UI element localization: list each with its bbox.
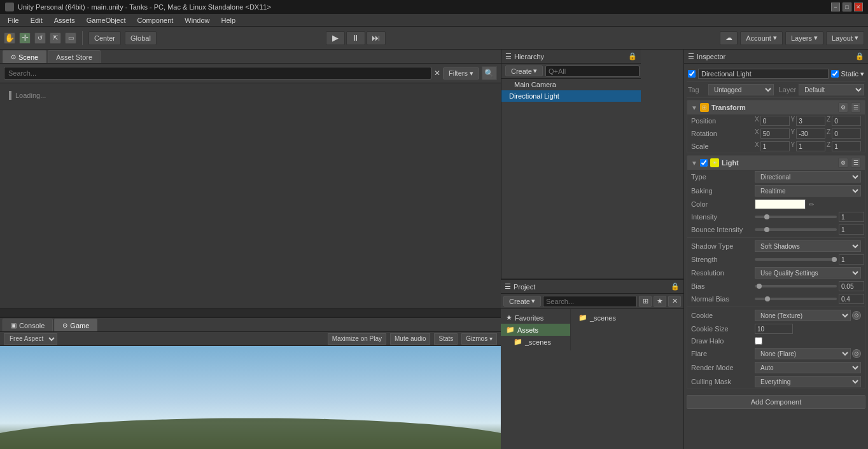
cookie-size-input[interactable] (755, 324, 793, 334)
gameobject-name-input[interactable] (698, 69, 829, 79)
light-header[interactable]: ▼ ☀ Light ⚙ ☰ (687, 156, 865, 170)
window-controls[interactable]: − □ ✕ (831, 3, 863, 11)
center-pivot-btn[interactable]: Center (88, 31, 121, 45)
rotation-y-input[interactable] (796, 128, 825, 139)
bounce-number[interactable] (839, 224, 864, 235)
tab-asset-store[interactable]: Asset Store (48, 50, 101, 63)
global-local-btn[interactable]: Global (125, 31, 157, 45)
mute-audio-btn[interactable]: Mute audio (390, 333, 430, 345)
intensity-number[interactable] (839, 212, 864, 222)
normal-bias-number[interactable] (839, 294, 864, 304)
position-x-input[interactable] (760, 116, 790, 126)
normal-bias-slider[interactable] (755, 298, 837, 300)
scene-scrollbar-h[interactable] (0, 308, 501, 317)
position-z-input[interactable] (832, 116, 861, 126)
light-foldout[interactable]: ▼ (691, 160, 697, 167)
tab-scene[interactable]: ⊙ Scene (3, 50, 46, 63)
light-type-select[interactable]: Directional (755, 171, 861, 183)
scale-x-input[interactable] (760, 141, 790, 151)
menu-component[interactable]: Component (132, 16, 178, 25)
go-static-checkbox[interactable] (831, 70, 839, 78)
project-folder-favorites[interactable]: ★ Favorites (501, 312, 570, 324)
filters-btn[interactable]: Filters ▾ (443, 67, 479, 79)
strength-slider[interactable] (755, 258, 837, 261)
culling-mask-select[interactable]: Everything (755, 376, 861, 387)
scale-tool-btn[interactable]: ⇱ (50, 32, 61, 44)
bounce-slider[interactable] (755, 228, 837, 231)
light-settings-btn[interactable]: ⚙ (838, 158, 848, 168)
aspect-select[interactable]: Free Aspect (4, 333, 57, 345)
maximize-btn[interactable]: □ (843, 3, 851, 11)
transform-foldout[interactable]: ▼ (691, 104, 697, 111)
menu-window[interactable]: Window (179, 16, 214, 25)
rotation-x-input[interactable] (760, 128, 790, 139)
rotation-z-input[interactable] (832, 128, 861, 139)
static-dropdown-icon[interactable]: ▾ (860, 70, 864, 78)
transform-header[interactable]: ▼ ⊞ Transform ⚙ ☰ (687, 100, 865, 114)
pencil-icon[interactable]: ✏ (809, 201, 814, 208)
draw-halo-checkbox[interactable] (755, 337, 762, 345)
stats-btn[interactable]: Stats (434, 333, 458, 345)
shadow-type-select[interactable]: Soft Shadows (755, 240, 861, 252)
scale-y-input[interactable] (796, 141, 825, 151)
play-btn[interactable]: ▶ (326, 31, 345, 45)
layout-btn[interactable]: Layout ▾ (826, 31, 864, 45)
scale-z-input[interactable] (832, 141, 861, 151)
clear-search-btn[interactable]: ✕ (434, 69, 440, 78)
transform-extra-btn[interactable]: ☰ (851, 102, 861, 113)
color-picker[interactable] (755, 199, 806, 209)
add-component-btn[interactable]: Add Component (687, 395, 865, 409)
pause-btn[interactable]: ⏸ (346, 31, 365, 45)
account-btn[interactable]: Account ▾ (740, 31, 783, 45)
project-btn-2[interactable]: ★ (654, 296, 666, 307)
scene-search-input[interactable] (4, 67, 431, 79)
search-btn[interactable]: 🔍 (482, 66, 497, 80)
rotate-tool-btn[interactable]: ↺ (34, 32, 46, 44)
menu-edit[interactable]: Edit (25, 16, 48, 25)
minimize-btn[interactable]: − (831, 3, 840, 11)
cookie-select[interactable]: None (Texture) (755, 310, 851, 321)
move-tool-btn[interactable]: ✛ (19, 32, 31, 44)
project-folder-assets[interactable]: 📁 Assets (501, 324, 570, 336)
menu-assets[interactable]: Assets (49, 16, 80, 25)
light-extra-btn[interactable]: ☰ (851, 158, 861, 168)
bias-slider[interactable] (755, 285, 837, 287)
cookie-target-btn[interactable]: ⊙ (852, 311, 861, 320)
hand-tool-btn[interactable]: ✋ (4, 32, 15, 44)
hierarchy-search-input[interactable] (545, 66, 640, 77)
cloud-btn[interactable]: ☁ (720, 31, 738, 45)
project-file-scenes[interactable]: 📁 _scenes (575, 312, 680, 324)
gizmos-btn[interactable]: Gizmos ▾ (461, 333, 497, 345)
step-btn[interactable]: ⏭ (367, 31, 386, 45)
layer-select[interactable]: Default (799, 84, 864, 95)
hierarchy-create-btn[interactable]: Create ▾ (505, 66, 543, 76)
maximize-on-play-btn[interactable]: Maximize on Play (328, 333, 386, 345)
project-create-btn[interactable]: Create ▾ (503, 296, 541, 307)
tab-game[interactable]: ⊙ Game (54, 319, 97, 331)
menu-help[interactable]: Help (216, 16, 241, 25)
hierarchy-item-directionallight[interactable]: Directional Light (501, 90, 641, 102)
menu-file[interactable]: File (3, 16, 24, 25)
transform-settings-btn[interactable]: ⚙ (838, 102, 848, 113)
baking-select[interactable]: Realtime (755, 185, 861, 197)
gameobject-active-checkbox[interactable] (688, 70, 696, 78)
position-y-input[interactable] (796, 116, 825, 126)
inspector-lock-icon[interactable]: 🔒 (855, 52, 864, 60)
tab-console[interactable]: ▣ Console (3, 319, 53, 331)
project-btn-1[interactable]: ⊞ (639, 296, 652, 307)
flare-target-btn[interactable]: ⊙ (852, 349, 861, 358)
hierarchy-lock-icon[interactable]: 🔒 (628, 52, 637, 60)
layers-btn[interactable]: Layers ▾ (785, 31, 823, 45)
tag-select[interactable]: Untagged (708, 84, 774, 95)
rect-tool-btn[interactable]: ▭ (65, 32, 76, 44)
close-btn[interactable]: ✕ (854, 3, 863, 11)
resolution-select[interactable]: Use Quality Settings (755, 267, 861, 279)
hierarchy-item-maincamera[interactable]: Main Camera (501, 79, 641, 90)
project-btn-3[interactable]: ✕ (668, 296, 681, 307)
light-enabled-checkbox[interactable] (700, 159, 708, 167)
project-folder-scenes[interactable]: 📁 _scenes (501, 336, 570, 348)
render-mode-select[interactable]: Auto (755, 362, 861, 373)
project-search-input[interactable] (543, 296, 637, 307)
bias-number[interactable] (839, 281, 864, 291)
project-lock-icon[interactable]: 🔒 (671, 282, 680, 291)
